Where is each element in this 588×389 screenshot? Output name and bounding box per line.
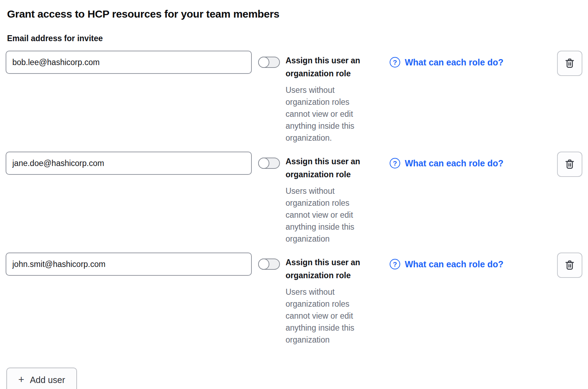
toggle-knob xyxy=(258,57,269,68)
org-role-toggle[interactable] xyxy=(258,158,280,169)
help-circle-icon: ? xyxy=(390,158,400,168)
email-input[interactable] xyxy=(6,253,252,276)
trash-icon xyxy=(564,259,576,271)
delete-row-button[interactable] xyxy=(557,152,582,177)
plus-icon: + xyxy=(18,375,24,385)
assign-role-helper: Users without organization roles cannot … xyxy=(286,84,368,144)
assign-role-helper: Users without organization roles cannot … xyxy=(286,185,368,245)
email-input[interactable] xyxy=(6,51,252,74)
add-user-button[interactable]: + Add user xyxy=(6,368,77,389)
org-role-toggle[interactable] xyxy=(258,57,280,68)
assign-role-label: Assign this user an organization role xyxy=(286,256,373,282)
toggle-knob xyxy=(258,158,269,169)
role-help-link[interactable]: What can each role do? xyxy=(405,259,504,269)
role-help-link-group[interactable]: ? What can each role do? xyxy=(390,51,504,74)
toggle-knob xyxy=(258,259,269,270)
role-help-link-group[interactable]: ? What can each role do? xyxy=(390,152,504,175)
invite-row: Assign this user an organization role Us… xyxy=(6,253,582,346)
email-input[interactable] xyxy=(6,152,252,175)
assign-role-helper: Users without organization roles cannot … xyxy=(286,286,368,346)
assign-role-label: Assign this user an organization role xyxy=(286,155,373,181)
add-user-label: Add user xyxy=(30,375,65,385)
assign-role-block: Assign this user an organization role Us… xyxy=(286,256,373,346)
assign-role-block: Assign this user an organization role Us… xyxy=(286,155,373,245)
help-circle-icon: ? xyxy=(390,57,400,68)
invite-row: Assign this user an organization role Us… xyxy=(6,152,582,245)
trash-icon xyxy=(564,158,576,170)
email-address-label: Email address for invitee xyxy=(7,34,582,43)
role-help-link[interactable]: What can each role do? xyxy=(405,57,504,68)
role-help-link[interactable]: What can each role do? xyxy=(405,158,504,168)
delete-row-button[interactable] xyxy=(557,51,582,76)
assign-role-block: Assign this user an organization role Us… xyxy=(286,54,373,144)
org-role-toggle[interactable] xyxy=(258,259,280,270)
grant-access-page: Grant access to HCP resources for your t… xyxy=(0,0,588,389)
assign-role-label: Assign this user an organization role xyxy=(286,54,373,80)
invite-row: Assign this user an organization role Us… xyxy=(6,51,582,144)
trash-icon xyxy=(564,57,576,69)
invite-rows: Assign this user an organization role Us… xyxy=(6,51,582,346)
role-help-link-group[interactable]: ? What can each role do? xyxy=(390,253,504,276)
page-title: Grant access to HCP resources for your t… xyxy=(7,8,582,20)
delete-row-button[interactable] xyxy=(557,253,582,278)
help-circle-icon: ? xyxy=(390,259,400,269)
